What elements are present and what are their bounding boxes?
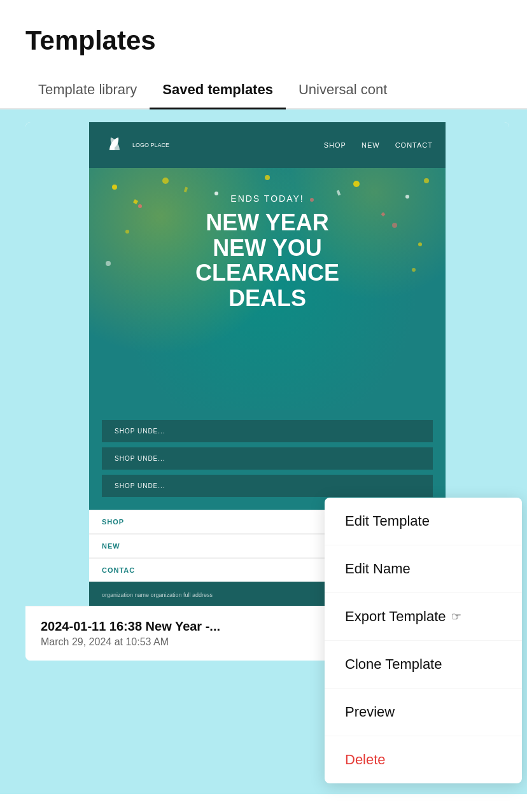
tab-saved-templates[interactable]: Saved templates [150,71,286,108]
shop-btn-3: SHOP UNDE... [102,475,433,497]
svg-point-4 [265,175,270,180]
template-card: LOGO PLACE SHOP NEW CONTACT [25,122,509,661]
email-nav-items: SHOP NEW CONTACT [324,141,433,149]
email-hero: ENDS TODAY! NEW YEAR NEW YOU CLEARANCE D… [89,168,446,410]
hero-title-line4: DEALS [228,285,306,311]
svg-rect-16 [184,187,188,193]
page-title: Templates [25,25,502,56]
logo-icon [102,132,127,158]
menu-item-edit-template[interactable]: Edit Template [325,498,522,545]
content-area: LOGO PLACE SHOP NEW CONTACT [0,109,527,794]
tabs-bar: Template library Saved templates Univers… [0,71,527,109]
hero-title: NEW YEAR NEW YOU CLEARANCE DEALS [102,210,433,311]
menu-item-clone-template[interactable]: Clone Template [325,641,522,689]
svg-point-1 [138,204,142,208]
menu-item-export-template[interactable]: Export Template ☞ [325,593,522,641]
context-menu: Edit Template Edit Name Export Template … [325,498,522,783]
footer-link-new: NEW [102,542,120,550]
nav-item-contact: CONTACT [395,141,433,149]
card-date: March 29, 2024 at 10:53 AM [41,636,220,648]
nav-item-shop: SHOP [324,141,346,149]
menu-item-edit-name[interactable]: Edit Name [325,545,522,593]
page-header: Templates [0,0,527,56]
nav-item-new: NEW [362,141,380,149]
footer-address: organization name organization full addr… [102,592,213,598]
logo-text: LOGO PLACE [132,142,169,149]
hero-title-line2: NEW YOU [213,235,321,261]
shop-btn-1: SHOP UNDE... [102,420,433,442]
menu-item-delete[interactable]: Delete [325,736,522,783]
svg-point-2 [162,178,169,184]
logo-area: LOGO PLACE [102,132,169,158]
svg-point-6 [353,181,360,187]
footer-link-shop: SHOP [102,518,124,526]
svg-point-8 [424,178,429,183]
email-nav-header: LOGO PLACE SHOP NEW CONTACT [89,122,446,168]
hero-title-line3: CLEARANCE [195,260,339,286]
shop-buttons-section: SHOP UNDE... SHOP UNDE... SHOP UNDE... [89,410,446,510]
cursor-hand-icon: ☞ [451,610,461,624]
menu-item-preview[interactable]: Preview [325,689,522,736]
tab-template-library[interactable]: Template library [25,71,150,108]
svg-point-0 [112,185,117,190]
shop-btn-2: SHOP UNDE... [102,447,433,470]
card-text-info: 2024-01-11 16:38 New Year -... March 29,… [41,619,220,648]
footer-link-contact: CONTAC [102,566,135,574]
hero-subtitle: ENDS TODAY! [102,193,433,204]
card-name: 2024-01-11 16:38 New Year -... [41,619,220,634]
tab-universal-content[interactable]: Universal cont [286,71,400,108]
hero-title-line1: NEW YEAR [206,209,328,235]
